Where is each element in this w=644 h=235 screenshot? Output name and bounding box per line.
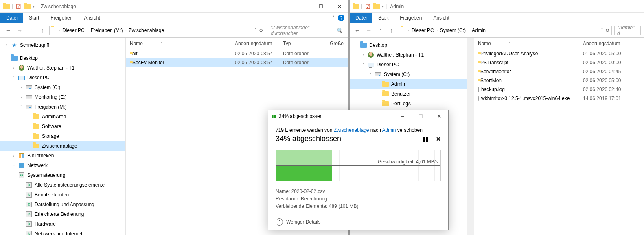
crumb-pc[interactable]: Dieser PC [61,28,86,33]
tab-file[interactable]: Datei [350,13,372,23]
tree-node[interactable]: ⚙Benutzerkonten [0,190,125,200]
chevron-right-icon[interactable]: › [87,28,88,33]
crumb-pc[interactable]: Dieser PC [410,28,436,33]
tree-twisty-icon[interactable]: › [12,66,16,70]
table-row[interactable]: ServerMonitor02.06.2020 04:45 [474,67,644,76]
nav-forward-icon[interactable]: → [364,27,373,34]
nav-recent-icon[interactable]: ˅ [376,28,385,33]
nav-recent-icon[interactable]: ˅ [26,28,35,33]
tree-twisty-icon[interactable]: › [12,163,16,168]
table-row[interactable]: wkhtmltox-0.12.5-1.msvc2015-win64.exe14.… [474,94,644,103]
crumb-folder[interactable]: Admin [470,28,487,33]
qat-dropdown-icon[interactable]: ▾ [382,4,384,9]
tree-scrollbar[interactable] [467,38,474,235]
help-icon[interactable]: ? [338,15,344,21]
tab-start[interactable]: Start [23,13,45,23]
tree-node[interactable]: ⚙Erleichterte Bedienung [0,209,125,219]
qat-dropdown-icon[interactable]: ▾ [33,4,35,9]
dest-link[interactable]: Admin [382,127,396,133]
tree-node[interactable]: ›Bibliotheken [0,151,125,161]
tree-twisty-icon[interactable]: › [4,43,9,47]
tree-node[interactable]: ⚙Alle Systemsteuerungselemente [0,180,125,190]
nav-forward-icon[interactable]: → [15,27,24,34]
titlebar[interactable]: | ☑ ▾ | Admin [350,0,644,13]
tree-twisty-icon[interactable]: ˅ [354,43,358,47]
tree-node[interactable]: ›Walther, Stephan - T1 [350,50,467,60]
table-row[interactable]: PrivilegedADUser-Analyse01.06.2020 05:00 [474,49,644,58]
chevron-right-icon[interactable]: › [436,28,438,33]
col-date[interactable]: Änderungsdatum [231,41,279,46]
table-row[interactable]: backup.log02.06.2020 02:40 [474,85,644,94]
tree-node[interactable]: Software [0,122,125,131]
col-date[interactable]: Änderungsdatum [579,41,627,46]
chevron-right-icon[interactable]: › [468,28,469,33]
tree-node[interactable]: ˅Freigaben (M:) [0,102,125,112]
titlebar[interactable]: | ☑ ▾ | Zwischenablage ─ ☐ ✕ [0,0,348,13]
tab-view[interactable]: Ansicht [78,13,105,23]
nav-tree[interactable]: ›★Schnellzugriff˅Desktop›Walther, Stepha… [0,38,126,235]
tree-node[interactable]: AdminArea [0,112,125,122]
tree-twisty-icon[interactable]: ˅ [361,63,365,67]
tab-share[interactable]: Freigeben [45,13,78,23]
ribbon-expand-icon[interactable]: ˅ [332,15,335,21]
tree-node[interactable]: ⚙Darstellung und Anpassung [0,200,125,209]
chevron-right-icon[interactable]: › [408,28,409,33]
tree-node[interactable]: ˅System (C:) [350,70,467,79]
col-name[interactable]: Name˄ [126,41,231,46]
maximize-button[interactable]: ☐ [312,0,330,13]
checked-box-icon[interactable]: ☑ [15,3,22,10]
breadcrumb[interactable]: › Dieser PC › Freigaben (M:) › Zwischena… [49,26,265,35]
tree-node[interactable]: ⚙Hardware [0,219,125,229]
tree-twisty-icon[interactable]: ˅ [19,105,23,109]
tree-node[interactable]: ›Walther, Stephan - T1 [0,63,125,73]
tree-twisty-icon[interactable]: ˅ [12,173,16,177]
tree-node[interactable]: Admin [350,79,467,89]
tree-twisty-icon[interactable]: ˅ [368,72,372,76]
table-row[interactable]: SecEv-Monitor02.06.2020 08:54Dateiordner [126,58,348,67]
col-name[interactable]: Name˄ [474,41,579,46]
crumb-drive[interactable]: Freigaben (M:) [89,28,125,33]
tree-node[interactable]: ˅Dieser PC [0,73,125,83]
tree-node[interactable]: ›System (C:) [0,83,125,92]
col-type[interactable]: Typ [279,41,326,46]
tree-node[interactable]: ˅⚙Systemsteuerung [0,170,125,180]
close-button[interactable]: ✕ [430,110,448,122]
minimize-button[interactable]: ─ [393,110,412,122]
tree-node[interactable]: Zwischenablage [0,141,125,151]
tree-twisty-icon[interactable]: › [361,53,365,57]
tree-node[interactable]: ˅Desktop [350,40,467,50]
col-size[interactable]: Größe [326,41,346,46]
tab-view[interactable]: Ansicht [427,13,455,23]
table-row[interactable]: alt02.06.2020 08:54Dateiordner [126,49,348,58]
table-row[interactable]: SnortMon02.06.2020 05:00 [474,76,644,85]
tree-twisty-icon[interactable]: › [19,95,23,99]
tree-twisty-icon[interactable]: ˅ [4,56,9,60]
nav-up-icon[interactable]: ↑ [387,27,396,34]
tree-twisty-icon[interactable]: › [12,154,16,158]
crumb-folder[interactable]: Zwischenablage [127,28,166,33]
close-button[interactable]: ✕ [330,0,348,13]
pause-button[interactable]: ▮▮ [422,136,429,142]
tree-node[interactable]: Storage [0,131,125,141]
tree-node[interactable]: ›Monitoring (E:) [0,92,125,102]
search-input[interactable]: "Admin" d [614,26,641,35]
address-dropdown-icon[interactable]: ˅ [254,28,257,33]
refresh-icon[interactable]: ⟳ [259,28,263,33]
tree-node[interactable]: PerfLogs [350,99,467,109]
tab-start[interactable]: Start [372,13,394,23]
tree-node[interactable]: ›★Schnellzugriff [0,40,125,50]
crumb-drive[interactable]: System (C:) [438,28,467,33]
qat-folder-icon[interactable] [373,3,380,10]
chevron-up-icon[interactable]: ˄ [276,218,283,226]
nav-up-icon[interactable]: ↑ [38,27,47,34]
qat-folder-icon[interactable] [24,3,31,10]
tab-file[interactable]: Datei [0,13,23,23]
search-input[interactable]: "Zwischenablage" durchsuchen 🔍 [268,26,345,35]
chevron-right-icon[interactable]: › [59,28,60,33]
cancel-button[interactable]: ✕ [436,136,441,142]
nav-back-icon[interactable]: ← [353,27,362,34]
chevron-right-icon[interactable]: › [125,28,126,33]
checked-box-icon[interactable]: ☑ [364,3,371,10]
source-link[interactable]: Zwischenablage [334,127,369,133]
breadcrumb[interactable]: › Dieser PC › System (C:) › Admin ˅ ⟳ [399,26,612,35]
